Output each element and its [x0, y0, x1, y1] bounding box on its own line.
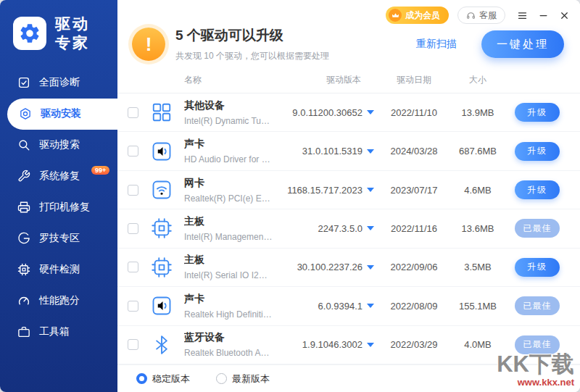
sidebar-item-benchmark[interactable]: 性能跑分 [0, 285, 117, 317]
best-button[interactable]: 已最佳 [515, 219, 560, 238]
sidebar-item-driver-install[interactable]: 驱动安装 [7, 99, 117, 130]
driver-date: 2022/08/09 [378, 301, 450, 312]
upgrade-button[interactable]: 升级 [515, 103, 560, 122]
driver-size: 687.6MB [450, 146, 506, 157]
best-button[interactable]: 已最佳 [515, 296, 560, 315]
chip-icon [151, 257, 173, 278]
row-checkbox[interactable] [128, 339, 138, 350]
radio-stable[interactable]: 稳定版本 [136, 372, 190, 385]
driver-version: 31.0.101.5319 [273, 146, 362, 157]
upgrade-button[interactable]: 升级 [515, 142, 560, 161]
driver-size: 4.0MB [450, 339, 506, 350]
summary-header: ! 5 个驱动可以升级 共发现 10 个驱动，您可以根据需要处理 重新扫描 一键… [117, 23, 580, 72]
toolbox-icon [17, 325, 30, 338]
device-name: 声卡 [184, 293, 273, 306]
window-controls [517, 10, 570, 21]
driver-date: 2024/03/28 [378, 146, 450, 157]
sidebar-item-printer-repair[interactable]: 打印机修复 [0, 192, 117, 223]
grid-icon [151, 101, 173, 123]
row-checkbox[interactable] [128, 185, 138, 196]
version-dropdown[interactable] [362, 226, 378, 230]
one-click-fix-button[interactable]: 一键处理 [481, 30, 564, 58]
gauge-icon [17, 294, 30, 307]
device-desc: Intel(R) Management Engine Interface... [184, 232, 273, 242]
app-title: 驱动 专家 [55, 14, 90, 53]
driver-date: 2023/07/17 [378, 185, 450, 196]
main-panel: 成为会员 客服 ! 5 个驱动可以升级 共发现 10 个驱动，您可以根据需要处理… [117, 0, 580, 392]
driver-version: 6.0.9394.1 [273, 301, 362, 312]
driver-version: 9.0.11200.30652 [273, 107, 362, 118]
row-checkbox[interactable] [128, 223, 138, 234]
customer-service-button[interactable]: 客服 [457, 7, 505, 24]
chevron-down-icon [367, 110, 374, 114]
device-desc: HD Audio Driver for Display Audio [184, 154, 273, 164]
device-name: 蓝牙设备 [184, 331, 273, 344]
device-name: 主板 [184, 254, 273, 267]
driver-row: 主板 Intel(R) Serial IO I2C Host Controlle… [117, 249, 580, 287]
chevron-down-icon [367, 226, 374, 230]
row-checkbox[interactable] [128, 107, 138, 118]
logitech-g-icon [17, 232, 30, 245]
header-date: 驱动日期 [378, 74, 450, 86]
version-dropdown[interactable] [362, 304, 378, 308]
driver-row: 其他设备 Intel(R) Dynamic Tuning Technology … [117, 93, 580, 132]
driver-date: 2022/09/06 [378, 262, 450, 272]
row-checkbox[interactable] [128, 301, 138, 312]
repair-wrench-icon [17, 170, 30, 183]
diagnosis-icon [17, 76, 30, 89]
warning-icon: ! [132, 28, 165, 61]
chevron-down-icon [367, 304, 374, 308]
gear-icon [13, 17, 46, 50]
driver-version: 2247.3.5.0 [273, 223, 362, 234]
sidebar-item-hardware-detect[interactable]: 硬件检测 [0, 254, 117, 285]
sidebar-item-full-diagnosis[interactable]: 全面诊断 [0, 67, 117, 99]
version-dropdown[interactable] [362, 343, 378, 347]
titlebar: 成为会员 客服 [117, 0, 580, 23]
sidebar: 驱动 专家 全面诊断 驱动安装 驱动搜索 系统修复 99+ [0, 0, 117, 392]
sidebar-item-logitech-zone[interactable]: 罗技专区 [0, 223, 117, 254]
table-header: 名称 驱动版本 驱动日期 大小 [117, 72, 580, 93]
header-size: 大小 [450, 74, 506, 86]
row-checkbox[interactable] [128, 146, 138, 157]
install-icon [19, 107, 32, 120]
minimize-icon[interactable] [538, 10, 549, 21]
system-repair-badge: 99+ [91, 166, 109, 175]
radio-selected-icon [136, 373, 147, 384]
radio-latest[interactable]: 最新版本 [216, 372, 270, 385]
speaker-icon [151, 141, 173, 162]
sidebar-item-toolbox[interactable]: 工具箱 [0, 317, 117, 348]
device-desc: Intel(R) Serial IO I2C Host Controller -… [184, 270, 273, 280]
version-dropdown[interactable] [362, 110, 378, 114]
device-name: 声卡 [184, 138, 273, 151]
page-subtitle: 共发现 10 个驱动，您可以根据需要处理 [175, 50, 329, 62]
driver-version: 1168.15.717.2023 [273, 185, 362, 196]
app-logo: 驱动 专家 [0, 0, 117, 64]
driver-row: 声卡 Realtek High Definition Audio 6.0.939… [117, 287, 580, 325]
row-checkbox[interactable] [128, 262, 138, 272]
headset-icon [466, 11, 476, 20]
chip-icon [151, 217, 173, 239]
driver-date: 2022/11/16 [378, 223, 450, 234]
device-desc: Realtek High Definition Audio [184, 309, 273, 320]
driver-size: 155.1MB [450, 301, 506, 312]
best-button[interactable]: 已最佳 [515, 335, 560, 354]
cpu-icon [17, 263, 30, 276]
device-desc: Realtek Bluetooth Adapter [184, 348, 273, 358]
become-member-button[interactable]: 成为会员 [386, 7, 449, 24]
rescan-link[interactable]: 重新扫描 [416, 38, 457, 51]
driver-date: 2022/03/29 [378, 339, 450, 350]
sidebar-item-driver-search[interactable]: 驱动搜索 [0, 130, 117, 161]
upgrade-button[interactable]: 升级 [515, 180, 560, 199]
device-desc: Realtek(R) PCI(e) Ethernet Controller [184, 193, 273, 204]
menu-icon[interactable] [517, 10, 528, 21]
version-dropdown[interactable] [362, 265, 378, 270]
version-dropdown[interactable] [362, 188, 378, 192]
upgrade-button[interactable]: 升级 [515, 258, 560, 277]
sidebar-item-system-repair[interactable]: 系统修复 99+ [0, 161, 117, 192]
crown-icon [389, 9, 402, 22]
search-icon [17, 138, 30, 151]
close-icon[interactable] [559, 10, 570, 21]
header-name: 名称 [184, 74, 273, 86]
driver-row: 网卡 Realtek(R) PCI(e) Ethernet Controller… [117, 171, 580, 209]
version-dropdown[interactable] [362, 149, 378, 154]
